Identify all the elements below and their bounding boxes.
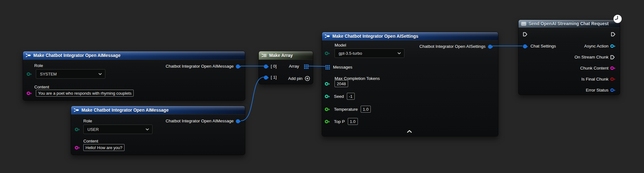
node-header[interactable]: Send OpenAI Streaming Chat Request xyxy=(519,20,620,28)
node-make-aisettings[interactable]: Make Chatbot Integrator Open AISettings … xyxy=(322,32,498,137)
content-input[interactable]: You are a poet who responds with rhyming… xyxy=(36,90,134,97)
array-output-grid-pin[interactable] xyxy=(304,64,308,69)
node-make-aimessage-system[interactable]: Make Chatbot Integrator Open AIMessage C… xyxy=(23,51,245,101)
exec-out-pin[interactable] xyxy=(611,32,616,37)
clock-badge-icon xyxy=(613,14,622,23)
error-status-label: Error Status xyxy=(586,88,608,92)
on-stream-chunk-exec-pin[interactable] xyxy=(610,55,615,60)
role-dropdown-value: SYSTEM xyxy=(40,72,57,76)
content-pin[interactable] xyxy=(27,92,30,95)
top-p-pin[interactable] xyxy=(325,120,328,123)
node-title: Make Chatbot Integrator Open AIMessage xyxy=(81,108,169,113)
add-pin-button[interactable]: Add pin xyxy=(288,76,310,81)
async-action-label: Async Action xyxy=(584,44,608,48)
chunk-content-label: Chunk Content xyxy=(580,66,608,70)
model-label: Model xyxy=(335,43,346,47)
chat-settings-pin[interactable] xyxy=(523,44,527,48)
top-p-input[interactable]: 1.0 xyxy=(348,118,358,125)
seed-label: Seed xyxy=(334,94,344,99)
temperature-pin[interactable] xyxy=(325,108,328,111)
temperature-row: Temperature 1.0 xyxy=(334,106,371,113)
on-stream-chunk-label: On Stream Chunk xyxy=(575,55,608,59)
top-p-label: Top P xyxy=(334,119,345,124)
node-header[interactable]: Make Chatbot Integrator Open AIMessage xyxy=(23,51,245,60)
async-action-pin[interactable] xyxy=(610,44,614,48)
exec-in-pin[interactable] xyxy=(523,32,528,37)
output-pin-label: Chatbot Integrator Open AIMessage xyxy=(166,64,234,69)
role-label: Role xyxy=(83,119,92,123)
messages-array-pin[interactable] xyxy=(325,65,330,70)
make-struct-icon xyxy=(25,53,31,58)
output-struct-pin[interactable] xyxy=(236,64,240,69)
node-title: Make Chatbot Integrator Open AIMessage xyxy=(33,53,120,58)
node-make-array[interactable]: Make Array [ 0] Array [ 1] Add pin xyxy=(258,51,313,84)
collapse-node-button[interactable] xyxy=(407,130,412,133)
node-title: Make Array xyxy=(269,53,293,58)
content-label: Content xyxy=(83,139,98,143)
role-dropdown[interactable]: SYSTEM xyxy=(36,69,105,79)
output-pin-label: Chatbot Integrator Open AIMessage xyxy=(166,119,234,123)
role-pin[interactable] xyxy=(27,72,30,76)
is-final-chunk-pin[interactable] xyxy=(610,77,614,81)
async-task-icon xyxy=(521,21,526,26)
role-label: Role xyxy=(34,63,43,68)
seed-input[interactable]: -1 xyxy=(347,93,355,100)
temperature-label: Temperature xyxy=(334,107,358,112)
temperature-input[interactable]: 1.0 xyxy=(361,106,371,113)
array-element0-label: [ 0] xyxy=(271,64,277,69)
node-title: Make Chatbot Integrator Open AISettings xyxy=(332,34,418,39)
role-dropdown-value: USER xyxy=(87,127,99,132)
output-struct-pin[interactable] xyxy=(236,119,240,123)
chevron-down-icon xyxy=(98,73,102,75)
node-title: Send OpenAI Streaming Chat Request xyxy=(529,21,608,26)
messages-label: Messages xyxy=(333,65,353,70)
role-pin[interactable] xyxy=(75,128,78,131)
chevron-down-icon xyxy=(146,128,149,131)
content-label: Content xyxy=(34,85,49,89)
seed-row: Seed -1 xyxy=(334,93,355,100)
make-struct-icon xyxy=(325,34,330,38)
circle-plus-icon xyxy=(305,76,310,81)
output-pin-label: Chatbot Integrator Open AISettings xyxy=(419,44,486,49)
node-header[interactable]: Make Array xyxy=(259,51,313,60)
model-dropdown-value: gpt-3.5-turbo xyxy=(339,51,362,56)
node-header[interactable]: Make Chatbot Integrator Open AISettings xyxy=(322,32,498,41)
chunk-content-pin[interactable] xyxy=(610,66,614,70)
error-status-pin[interactable] xyxy=(610,88,614,92)
blueprint-graph-canvas[interactable]: Make Chatbot Integrator Open AIMessage C… xyxy=(0,0,644,173)
make-struct-icon xyxy=(74,108,79,112)
node-send-openai-streaming-chat-request[interactable]: Send OpenAI Streaming Chat Request Chat … xyxy=(518,20,620,95)
max-tokens-pin[interactable] xyxy=(325,82,328,86)
top-p-row: Top P 1.0 xyxy=(334,118,358,125)
add-pin-label: Add pin xyxy=(288,76,303,81)
content-input[interactable]: Hello! How are you? xyxy=(83,144,125,151)
max-tokens-input[interactable]: 2048 xyxy=(335,80,348,87)
array-output-label: Array xyxy=(289,64,299,69)
model-pin[interactable] xyxy=(325,52,328,55)
make-array-icon xyxy=(261,53,267,58)
chat-settings-label: Chat Settings xyxy=(530,44,556,48)
role-dropdown[interactable]: USER xyxy=(83,125,153,134)
node-header[interactable]: Make Chatbot Integrator Open AIMessage xyxy=(71,106,245,114)
array-element1-label: [ 1] xyxy=(271,75,277,80)
is-final-chunk-label: Is Final Chunk xyxy=(581,77,608,81)
array-element1-pin[interactable] xyxy=(264,75,268,80)
array-element0-pin[interactable] xyxy=(264,64,268,69)
chevron-down-icon xyxy=(397,52,401,54)
model-dropdown[interactable]: gpt-3.5-turbo xyxy=(335,48,404,58)
output-struct-pin[interactable] xyxy=(488,45,492,49)
seed-pin[interactable] xyxy=(325,95,328,98)
node-make-aimessage-user[interactable]: Make Chatbot Integrator Open AIMessage C… xyxy=(71,106,245,155)
content-pin[interactable] xyxy=(75,146,78,149)
